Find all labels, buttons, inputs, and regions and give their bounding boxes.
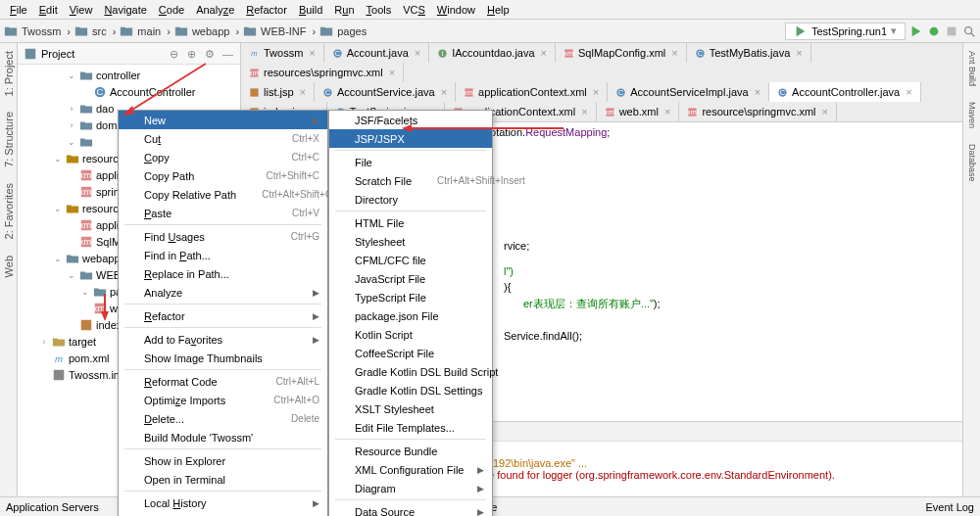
menu-window[interactable]: Window <box>431 2 481 18</box>
stop-button[interactable] <box>945 24 958 38</box>
editor-tab[interactable]: CAccountServiceImpl.java× <box>608 82 769 102</box>
close-icon[interactable]: × <box>796 47 802 59</box>
crumb-2[interactable]: main <box>135 24 163 38</box>
editor-tab[interactable]: xmlSqlMapConfig.xml× <box>556 43 687 63</box>
menu-item[interactable]: File <box>329 153 492 171</box>
context-menu-new[interactable]: JSF/FaceletsJSP/JSPXFileScratch FileCtrl… <box>328 110 493 516</box>
editor-tab[interactable]: CTestMyBatis.java× <box>687 43 811 63</box>
search-button[interactable] <box>962 24 976 38</box>
crumb-1[interactable]: src <box>90 24 109 38</box>
tab-app-servers[interactable]: Application Servers <box>6 501 99 513</box>
menu-item[interactable]: Resource Bundle <box>329 442 492 460</box>
menu-item[interactable]: Reformat CodeCtrl+Alt+L <box>119 372 327 391</box>
menu-item[interactable]: CFML/CFC file <box>329 251 492 269</box>
run-config-select[interactable]: TestSpring.run1 ▾ <box>785 23 906 40</box>
tab-ant[interactable]: Ant Build <box>966 47 978 90</box>
menu-edit[interactable]: Edit <box>33 2 64 18</box>
menu-item[interactable]: Find in Path... <box>119 246 327 264</box>
menu-item[interactable]: Find UsagesCtrl+G <box>119 227 327 246</box>
menu-build[interactable]: Build <box>293 2 328 18</box>
menu-item[interactable]: Show in Explorer <box>119 451 327 470</box>
menu-vcs[interactable]: VCS <box>397 2 431 18</box>
tab-structure[interactable]: 7: Structure <box>2 108 16 171</box>
editor-tab[interactable]: xmlapplicationContext.xml× <box>456 82 608 102</box>
editor-tab[interactable]: CAccountController.java× <box>769 82 921 102</box>
menu-item[interactable]: JSF/Facelets <box>329 111 492 129</box>
menu-run[interactable]: Run <box>328 2 360 18</box>
menu-item[interactable]: Replace in Path... <box>119 264 327 283</box>
close-icon[interactable]: × <box>441 86 447 98</box>
menu-item[interactable]: Add to Favorites▶ <box>119 330 327 349</box>
menu-file[interactable]: File <box>4 2 33 18</box>
hide-icon[interactable]: — <box>222 48 234 60</box>
menu-navigate[interactable]: Navigate <box>98 2 152 18</box>
editor-tab[interactable]: xmlresources\springmvc.xml× <box>241 63 404 82</box>
tab-project[interactable]: 1: Project <box>2 47 16 100</box>
menu-item[interactable]: CutCtrl+X <box>119 129 327 148</box>
menu-item[interactable]: Data Source▶ <box>329 502 492 516</box>
menu-item[interactable]: New▶ <box>119 111 327 129</box>
tab-database[interactable]: Database <box>966 140 978 186</box>
tab-maven[interactable]: Maven <box>966 98 978 132</box>
menu-item[interactable]: Synchronize 'pages' <box>119 512 327 516</box>
menu-tools[interactable]: Tools <box>361 2 398 18</box>
menu-item[interactable]: JavaScript File <box>329 269 492 288</box>
editor-tab[interactable]: mTwossm× <box>241 43 324 63</box>
crumb-5[interactable]: pages <box>335 24 368 38</box>
collapse-icon[interactable]: ⊖ <box>170 48 181 60</box>
menu-item[interactable]: package.json File <box>329 306 492 325</box>
menu-item[interactable]: Scratch FileCtrl+Alt+Shift+Insert <box>329 171 492 190</box>
editor-tab[interactable]: CAccount.java× <box>324 43 429 63</box>
run-button[interactable] <box>909 24 923 38</box>
menu-analyze[interactable]: Analyze <box>190 2 240 18</box>
editor-tab[interactable]: xmlweb.xml× <box>597 102 680 121</box>
crumb-4[interactable]: WEB-INF <box>259 24 308 38</box>
menu-item[interactable]: Show Image Thumbnails <box>119 349 327 367</box>
tab-favorites[interactable]: 2: Favorites <box>2 179 16 243</box>
menu-code[interactable]: Code <box>153 2 190 18</box>
menu-item[interactable]: Build Module 'Twossm' <box>119 428 327 446</box>
editor-tab[interactable]: CAccountService.java× <box>315 82 456 102</box>
menu-item[interactable]: Optimize ImportsCtrl+Alt+O <box>119 391 327 409</box>
event-log[interactable]: Event Log <box>925 501 974 513</box>
menu-item[interactable]: PasteCtrl+V <box>119 204 327 222</box>
menu-item[interactable]: CoffeeScript File <box>329 344 492 362</box>
close-icon[interactable]: × <box>664 106 670 117</box>
expand-icon[interactable]: ⊕ <box>187 48 199 60</box>
editor-tab[interactable]: xmlresource\springmvc.xml× <box>679 102 837 121</box>
debug-button[interactable] <box>927 24 941 38</box>
close-icon[interactable]: × <box>671 47 677 59</box>
menu-item[interactable]: JSP/JSPX <box>329 129 492 148</box>
close-icon[interactable]: × <box>389 67 395 78</box>
menu-item[interactable]: TypeScript File <box>329 288 492 306</box>
menu-view[interactable]: View <box>64 2 99 18</box>
close-icon[interactable]: × <box>822 106 828 117</box>
menu-item[interactable]: CopyCtrl+C <box>119 148 327 166</box>
menu-item[interactable]: Copy PathCtrl+Shift+C <box>119 166 327 185</box>
close-icon[interactable]: × <box>309 47 315 59</box>
menu-item[interactable]: Local History▶ <box>119 493 327 512</box>
close-icon[interactable]: × <box>300 86 306 98</box>
menu-item[interactable]: Edit File Templates... <box>329 418 492 437</box>
close-icon[interactable]: × <box>415 47 420 59</box>
context-menu-main[interactable]: New▶CutCtrl+XCopyCtrl+CCopy PathCtrl+Shi… <box>118 110 328 516</box>
menu-help[interactable]: Help <box>481 2 515 18</box>
menu-item[interactable]: Delete...Delete <box>119 409 327 428</box>
run-output[interactable]: s 246 ms Java\jdk1.8.0_192\bin\java.exe"… <box>417 442 962 496</box>
menu-item[interactable]: Analyze▶ <box>119 283 327 302</box>
close-icon[interactable]: × <box>906 86 911 98</box>
menu-item[interactable]: Directory <box>329 190 492 209</box>
gear-icon[interactable]: ⚙ <box>205 48 217 60</box>
close-icon[interactable]: × <box>755 86 760 98</box>
menu-item[interactable]: Kotlin Script <box>329 325 492 344</box>
menu-item[interactable]: Open in Terminal <box>119 470 327 489</box>
editor-tab[interactable]: IIAccountdao.java× <box>429 43 556 63</box>
menu-item[interactable]: Stylesheet <box>329 232 492 251</box>
tree-row[interactable]: CAccountController <box>18 83 240 100</box>
crumb-0[interactable]: Twossm <box>20 24 63 38</box>
tab-web[interactable]: Web <box>2 252 16 281</box>
close-icon[interactable]: × <box>593 86 599 98</box>
menu-item[interactable]: XSLT Stylesheet <box>329 399 492 418</box>
tree-row[interactable]: ⌄controller <box>18 67 240 83</box>
menu-item[interactable]: Diagram▶ <box>329 479 492 497</box>
